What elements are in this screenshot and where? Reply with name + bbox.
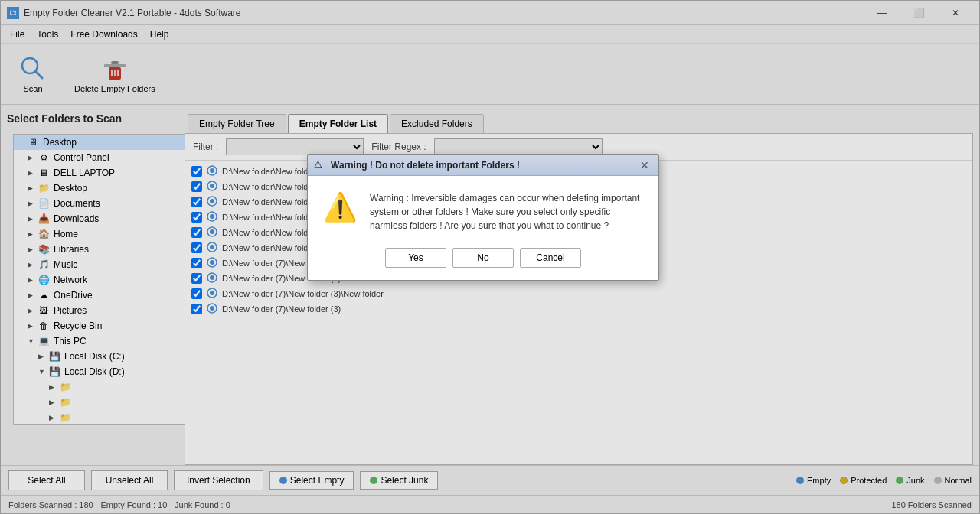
dialog-warning-icon: ⚠️ (323, 191, 358, 223)
dialog-close-button[interactable]: ✕ (637, 158, 652, 173)
dialog-no-button[interactable]: No (452, 248, 514, 268)
dialog-title: Warning ! Do not delete important Folder… (331, 160, 637, 171)
dialog-cancel-button[interactable]: Cancel (520, 248, 581, 268)
dialog-body: ⚠️ Warning : Irreversible damages can oc… (308, 176, 658, 248)
dialog-titlebar: ⚠ Warning ! Do not delete important Fold… (308, 155, 658, 176)
dialog-text: Warning : Irreversible damages can occur… (370, 191, 643, 233)
dialog-icon: ⚠ (314, 159, 326, 171)
app-window: 🗂 Empty Folder Cleaner V2.1 Portable - 4… (0, 0, 980, 514)
warning-dialog: ⚠ Warning ! Do not delete important Fold… (307, 154, 659, 281)
dialog-yes-button[interactable]: Yes (385, 248, 446, 268)
dialog-overlay: ⚠ Warning ! Do not delete important Fold… (1, 1, 979, 513)
dialog-buttons: Yes No Cancel (308, 248, 658, 280)
